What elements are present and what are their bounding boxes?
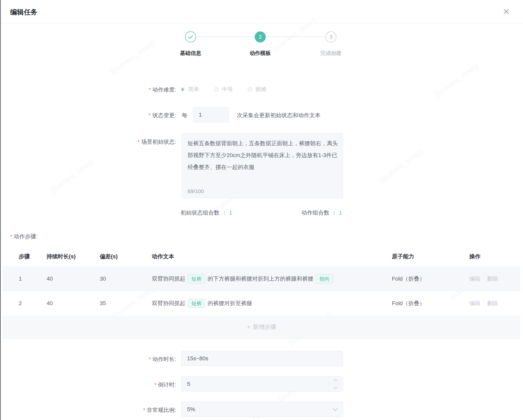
cell-ability: Fold（折叠） — [392, 275, 469, 283]
radio-circle-icon — [248, 87, 252, 92]
col-header-operations: 操作 — [469, 253, 520, 260]
state-change-prefix: 每 — [182, 112, 187, 119]
radio-circle-checked-icon — [180, 87, 185, 92]
state-change-input[interactable]: 1 — [193, 107, 229, 122]
cell-deviation: 30 — [100, 276, 152, 282]
step-1-indicator — [185, 31, 196, 43]
action-combo-count: 动作组合数：1 — [301, 209, 342, 217]
required-mark: * — [143, 407, 145, 413]
unusual-ratio-select[interactable]: 5% — [181, 402, 343, 417]
state-change-suffix: 次采集会更新初始状态和动作文本 — [237, 112, 320, 119]
object-tag: 短裤 — [188, 274, 205, 283]
radio-label: 中等 — [222, 86, 233, 93]
edit-link[interactable]: 编辑 — [469, 300, 480, 307]
step-1-label: 基础信息 — [163, 50, 218, 57]
char-counter: 69/100 — [188, 188, 204, 194]
action-text-segment: 的下方裤腿和裤腰对折到上方的裤腿和裤腰 — [208, 275, 313, 283]
required-mark: * — [149, 112, 151, 118]
countdown-input[interactable]: 5 — [181, 376, 343, 392]
table-row: 1 40 30 双臂协同抓起 短裤 的下方裤腿和裤腰对折到上方的裤腿和裤腰 朝向… — [3, 266, 520, 291]
close-icon[interactable]: ✕ — [500, 6, 512, 18]
action-combo-label: 动作组合数 — [301, 209, 329, 216]
action-duration-input[interactable]: 15s~80s — [181, 351, 343, 366]
watermark-text: {{current_time}} — [377, 147, 425, 185]
col-header-action-text: 动作文本 — [152, 253, 392, 260]
chevron-down-icon — [333, 408, 338, 411]
step-2-indicator: 2 — [255, 31, 266, 43]
action-text-segment: 双臂协同抓起 — [152, 275, 185, 283]
table-header-row: 步骤 持续时长(s) 偏差(s) 动作文本 原子能力 操作 — [3, 247, 520, 266]
required-mark: * — [149, 87, 151, 93]
dialog-header: 编辑任务 ✕ — [0, 0, 523, 23]
cell-step: 1 — [19, 276, 47, 282]
add-step-label: 新增步骤 — [253, 323, 276, 331]
required-mark: * — [137, 139, 140, 145]
watermark-text: {{current_time}} — [48, 157, 95, 195]
radio-label: 简单 — [188, 86, 199, 93]
action-text-segment: 的裤腰对折至裤腿 — [208, 300, 252, 307]
required-mark: * — [154, 382, 156, 388]
delete-link[interactable]: 删除 — [487, 275, 498, 283]
increase-button[interactable] — [329, 376, 343, 384]
radio-label: 困难 — [255, 86, 267, 93]
dialog-title: 编辑任务 — [10, 8, 37, 17]
action-steps-table: 步骤 持续时长(s) 偏差(s) 动作文本 原子能力 操作 1 40 30 双臂… — [3, 247, 520, 339]
step-3-number: 3 — [329, 34, 332, 40]
cell-action-text: 双臂协同抓起 短裤 的下方裤腿和裤腰对折到上方的裤腿和裤腰 朝向 — [152, 274, 392, 283]
radio-circle-icon — [214, 87, 219, 92]
step-connector — [197, 36, 254, 37]
radio-option-hard[interactable]: 困难 — [248, 86, 267, 93]
difficulty-label: *动作难度: — [149, 86, 176, 94]
number-spinner — [328, 376, 343, 391]
step-connector — [267, 36, 324, 37]
state-change-label: *状态变更: — [149, 112, 176, 119]
step-2-number: 2 — [259, 34, 262, 40]
difficulty-radio-group: 简单 中等 困难 — [180, 86, 267, 93]
delete-link[interactable]: 删除 — [487, 300, 498, 307]
initial-state-label: *场景初始状态: — [137, 138, 176, 146]
check-icon — [188, 35, 193, 39]
cell-operations: 编辑 删除 — [469, 300, 520, 307]
col-header-ability: 原子能力 — [392, 253, 469, 260]
initial-state-textarea[interactable]: 短裤五条数据背面朝上，五条数据正面朝上，裤腰朝右，离头部视野下方至少20cm之外… — [182, 133, 343, 198]
required-mark: * — [10, 233, 12, 240]
cell-duration: 40 — [47, 276, 100, 282]
cell-step: 2 — [19, 300, 47, 307]
page-left-edge — [0, 0, 1, 420]
action-text-segment: 双臂协同抓起 — [152, 300, 185, 307]
unusual-ratio-label: *非常规比例: — [143, 406, 176, 414]
step-2-label: 动作模板 — [232, 50, 288, 57]
initial-state-text: 短裤五条数据背面朝上，五条数据正面朝上，裤腰朝右，离头部视野下方至少20cm之外… — [188, 137, 338, 173]
chevron-down-icon — [334, 387, 338, 389]
action-duration-label: *动作时长: — [149, 355, 176, 363]
step-3-label: 完成创建 — [303, 50, 359, 57]
watermark-text: {{current_time}} — [433, 61, 480, 99]
initial-combo-count: 初始状态组合数：1 — [180, 209, 232, 217]
cell-duration: 40 — [47, 300, 100, 307]
countdown-label: *倒计时: — [154, 381, 176, 389]
action-combo-value: 1 — [339, 209, 342, 216]
state-change-value: 1 — [199, 112, 202, 118]
col-header-deviation: 偏差(s) — [100, 253, 152, 260]
unusual-ratio-value: 5% — [187, 406, 195, 413]
initial-combo-value: 1 — [229, 209, 232, 216]
watermark-text: {{current_time}} — [109, 38, 156, 76]
cell-ability: Fold（折叠） — [392, 300, 469, 307]
combo-separator: ： — [222, 209, 227, 216]
radio-option-medium[interactable]: 中等 — [214, 86, 233, 93]
action-steps-label: *动作步骤: — [10, 233, 38, 240]
required-mark: * — [149, 356, 151, 362]
radio-option-easy[interactable]: 简单 — [180, 86, 199, 93]
chevron-up-icon — [334, 379, 338, 382]
decrease-button[interactable] — [329, 384, 343, 391]
action-duration-value: 15s~80s — [187, 355, 208, 362]
cell-action-text: 双臂协同抓起 短裤 的裤腰对折至裤腿 — [152, 299, 392, 308]
object-tag: 短裤 — [188, 299, 205, 308]
add-step-button[interactable]: + 新增步骤 — [3, 316, 520, 339]
edit-link[interactable]: 编辑 — [469, 275, 480, 283]
orientation-tag: 朝向 — [316, 274, 333, 283]
plus-icon: + — [247, 324, 250, 330]
step-3-indicator: 3 — [325, 31, 336, 43]
select-chevron — [333, 406, 338, 413]
col-header-duration: 持续时长(s) — [47, 253, 100, 260]
